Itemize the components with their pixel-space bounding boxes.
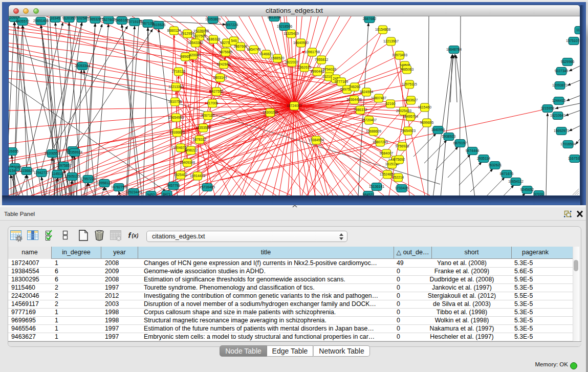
svg-text:15409348: 15409348 bbox=[180, 161, 195, 164]
svg-text:12213967: 12213967 bbox=[383, 39, 399, 43]
svg-text:12213363: 12213363 bbox=[168, 85, 184, 89]
svg-text:20206551: 20206551 bbox=[45, 151, 60, 155]
svg-text:10961758: 10961758 bbox=[304, 50, 320, 54]
svg-text:10258: 10258 bbox=[77, 16, 87, 20]
svg-text:97031: 97031 bbox=[534, 192, 544, 195]
svg-text:8427552: 8427552 bbox=[210, 90, 224, 93]
svg-text:9329966: 9329966 bbox=[561, 60, 575, 63]
svg-text:7485063: 7485063 bbox=[400, 68, 414, 71]
svg-text:9146821: 9146821 bbox=[259, 52, 273, 56]
svg-text:9227349: 9227349 bbox=[555, 69, 569, 73]
svg-text:9327505: 9327505 bbox=[193, 34, 207, 38]
svg-text:16210643: 16210643 bbox=[550, 114, 565, 117]
svg-text:5878312: 5878312 bbox=[193, 138, 207, 141]
svg-text:10654112: 10654112 bbox=[508, 180, 524, 183]
svg-text:15751074: 15751074 bbox=[566, 39, 580, 42]
svg-text:20053346: 20053346 bbox=[75, 64, 90, 68]
svg-text:9115460: 9115460 bbox=[418, 105, 431, 109]
svg-text:(x): (x) bbox=[132, 232, 138, 238]
svg-text:10807487: 10807487 bbox=[371, 96, 386, 100]
svg-text:15300295: 15300295 bbox=[263, 111, 278, 114]
svg-text:11325419: 11325419 bbox=[284, 32, 299, 35]
svg-text:8186328: 8186328 bbox=[207, 37, 221, 41]
svg-text:746266: 746266 bbox=[349, 85, 361, 89]
svg-text:19654923: 19654923 bbox=[400, 129, 416, 133]
svg-text:3875685: 3875685 bbox=[219, 50, 233, 54]
svg-text:8454749: 8454749 bbox=[247, 48, 261, 51]
svg-text:10973493: 10973493 bbox=[392, 53, 407, 57]
svg-text:7632621: 7632621 bbox=[488, 163, 502, 167]
svg-text:984521: 984521 bbox=[363, 193, 375, 195]
svg-text:9463627: 9463627 bbox=[404, 98, 418, 102]
svg-text:546: 546 bbox=[231, 39, 237, 42]
svg-text:2803144: 2803144 bbox=[213, 76, 227, 79]
svg-text:8990448: 8990448 bbox=[311, 70, 324, 73]
svg-text:7986372: 7986372 bbox=[354, 108, 367, 112]
svg-text:16053809: 16053809 bbox=[205, 17, 221, 21]
svg-text:3824554: 3824554 bbox=[360, 90, 374, 94]
svg-text:12093872: 12093872 bbox=[552, 83, 568, 87]
svg-text:9756928: 9756928 bbox=[396, 144, 409, 148]
svg-text:16914479: 16914479 bbox=[190, 174, 205, 178]
svg-text:8471676: 8471676 bbox=[500, 172, 514, 176]
svg-text:2867608: 2867608 bbox=[234, 45, 248, 48]
svg-text:6794028: 6794028 bbox=[323, 68, 337, 71]
svg-text:1588520: 1588520 bbox=[271, 56, 285, 60]
svg-text:9452: 9452 bbox=[147, 193, 155, 195]
svg-text:2687682: 2687682 bbox=[363, 17, 377, 20]
svg-text:10958127: 10958127 bbox=[97, 181, 112, 185]
svg-text:7955812: 7955812 bbox=[315, 58, 329, 61]
svg-text:3822037: 3822037 bbox=[285, 60, 299, 64]
svg-text:8912954: 8912954 bbox=[181, 32, 194, 35]
svg-text:2718126: 2718126 bbox=[172, 70, 186, 73]
svg-text:16345: 16345 bbox=[51, 16, 60, 20]
svg-text:16782759: 16782759 bbox=[111, 185, 126, 189]
svg-text:8813054: 8813054 bbox=[268, 16, 281, 19]
svg-text:8471: 8471 bbox=[163, 192, 170, 195]
svg-text:3498222: 3498222 bbox=[184, 148, 198, 152]
svg-text:15716485: 15716485 bbox=[200, 185, 215, 189]
svg-text:3267110: 3267110 bbox=[201, 114, 214, 117]
svg-text:2626655: 2626655 bbox=[9, 149, 18, 153]
svg-text:19384554: 19384554 bbox=[309, 138, 324, 142]
svg-text:15720407: 15720407 bbox=[361, 118, 377, 122]
svg-text:1362615: 1362615 bbox=[298, 65, 312, 69]
svg-text:9684007: 9684007 bbox=[380, 151, 394, 155]
svg-text:217006: 217006 bbox=[207, 101, 219, 105]
svg-text:9474444: 9474444 bbox=[466, 149, 480, 152]
svg-text:9242843: 9242843 bbox=[217, 62, 231, 66]
svg-text:15692971: 15692971 bbox=[554, 129, 569, 133]
svg-text:19166825: 19166825 bbox=[169, 130, 185, 134]
svg-text:1244415: 1244415 bbox=[552, 99, 566, 102]
svg-text:16543362: 16543362 bbox=[188, 41, 203, 45]
svg-text:5938923: 5938923 bbox=[442, 135, 456, 138]
svg-text:10688609: 10688609 bbox=[366, 129, 381, 133]
svg-text:16640910: 16640910 bbox=[293, 41, 309, 45]
svg-text:18495794: 18495794 bbox=[403, 115, 418, 118]
svg-text:15136141: 15136141 bbox=[369, 185, 384, 188]
svg-text:10653287: 10653287 bbox=[88, 17, 103, 21]
svg-text:20025433: 20025433 bbox=[396, 109, 411, 113]
svg-text:1527602: 1527602 bbox=[102, 18, 116, 21]
svg-text:19654983: 19654983 bbox=[168, 116, 184, 119]
svg-text:9457791: 9457791 bbox=[167, 184, 181, 187]
svg-text:6879197: 6879197 bbox=[453, 141, 467, 145]
svg-text:12923446: 12923446 bbox=[126, 190, 141, 194]
svg-text:62160: 62160 bbox=[386, 102, 396, 105]
svg-text:7857224: 7857224 bbox=[225, 23, 238, 27]
svg-text:7625402: 7625402 bbox=[174, 173, 188, 177]
svg-text:1810755: 1810755 bbox=[168, 100, 182, 103]
svg-text:98965: 98965 bbox=[181, 55, 190, 58]
svg-text:9245652: 9245652 bbox=[520, 188, 534, 191]
svg-text:11353594: 11353594 bbox=[195, 126, 211, 129]
svg-text:3215958: 3215958 bbox=[541, 106, 555, 110]
svg-text:1167533: 1167533 bbox=[568, 157, 580, 160]
svg-text:39154: 39154 bbox=[9, 169, 16, 172]
svg-text:9777169: 9777169 bbox=[335, 80, 349, 83]
svg-text:1405572: 1405572 bbox=[16, 19, 30, 23]
svg-text:10975857: 10975857 bbox=[56, 164, 72, 167]
svg-text:20691406: 20691406 bbox=[33, 19, 49, 23]
svg-text:252214: 252214 bbox=[393, 176, 404, 179]
svg-text:12359924: 12359924 bbox=[67, 150, 82, 154]
svg-text:16154808: 16154808 bbox=[375, 28, 390, 31]
